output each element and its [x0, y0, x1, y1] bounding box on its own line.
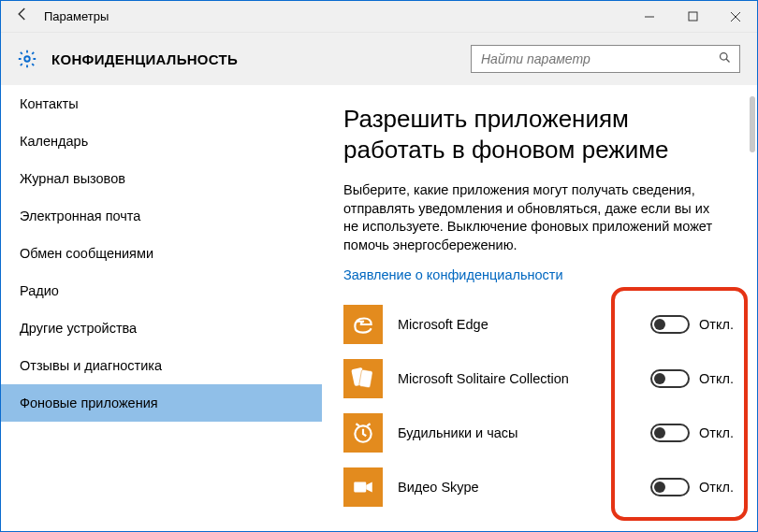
- back-button[interactable]: [1, 6, 44, 27]
- app-name: Будильники и часы: [398, 425, 635, 440]
- sidebar-item-feedback[interactable]: Отзывы и диагностика: [1, 347, 322, 384]
- sidebar-item-calendar[interactable]: Календарь: [1, 122, 322, 160]
- app-row-skype-video: Видео Skype Откл.: [343, 460, 736, 514]
- sidebar-item-email[interactable]: Электронная почта: [1, 197, 322, 235]
- sidebar-item-call-history[interactable]: Журнал вызовов: [1, 160, 322, 197]
- toggle-alarms[interactable]: [650, 424, 690, 442]
- app-name: Microsoft Solitaire Collection: [398, 371, 635, 386]
- edge-icon: [343, 305, 383, 344]
- sidebar: Контакты Календарь Журнал вызовов Электр…: [1, 85, 323, 531]
- section-description: Выберите, какие приложения могут получат…: [343, 181, 718, 254]
- section-heading: Разрешить приложениям работать в фоновом…: [343, 104, 736, 165]
- alarm-icon: [343, 413, 383, 453]
- svg-point-2: [24, 56, 30, 62]
- app-name: Microsoft Edge: [398, 317, 635, 332]
- content-scroll[interactable]: Разрешить приложениям работать в фоновом…: [323, 85, 757, 531]
- svg-rect-1: [689, 12, 697, 21]
- maximize-button[interactable]: [671, 1, 714, 33]
- search-icon: [718, 50, 732, 67]
- content-area: Разрешить приложениям работать в фоновом…: [323, 85, 757, 531]
- svg-line-4: [726, 59, 729, 62]
- toggle-state-label: Откл.: [699, 425, 736, 440]
- sidebar-item-background-apps[interactable]: Фоновые приложения: [1, 384, 322, 422]
- search-box[interactable]: [471, 45, 740, 73]
- window-title: Параметры: [44, 9, 628, 23]
- solitaire-icon: [343, 359, 383, 398]
- toggle-state-label: Откл.: [699, 371, 736, 386]
- titlebar: Параметры: [1, 1, 757, 33]
- sidebar-item-radio[interactable]: Радио: [1, 272, 322, 309]
- sidebar-item-other-devices[interactable]: Другие устройства: [1, 309, 322, 347]
- svg-rect-8: [354, 482, 366, 493]
- app-row-edge: Microsoft Edge Откл.: [343, 297, 736, 352]
- app-row-alarms: Будильники и часы Откл.: [343, 406, 736, 460]
- minimize-button[interactable]: [628, 1, 671, 33]
- app-name: Видео Skype: [398, 480, 635, 495]
- toggle-skype-video[interactable]: [650, 478, 690, 496]
- app-row-solitaire: Microsoft Solitaire Collection Откл.: [343, 352, 736, 406]
- settings-window: Параметры КОНФИДЕНЦИАЛЬНОСТЬ: [0, 0, 758, 532]
- search-input[interactable]: [479, 50, 718, 67]
- toggle-state-label: Откл.: [699, 480, 736, 495]
- gear-icon: [16, 48, 38, 70]
- header-bar: КОНФИДЕНЦИАЛЬНОСТЬ: [1, 33, 757, 85]
- toggle-state-label: Откл.: [699, 317, 736, 332]
- toggle-edge[interactable]: [650, 315, 690, 334]
- skype-video-icon: [343, 467, 383, 507]
- scrollbar-thumb[interactable]: [750, 96, 755, 152]
- sidebar-item-contacts[interactable]: Контакты: [1, 85, 322, 122]
- sidebar-item-messaging[interactable]: Обмен сообщениями: [1, 235, 322, 272]
- svg-point-3: [721, 53, 728, 61]
- page-title: КОНФИДЕНЦИАЛЬНОСТЬ: [51, 51, 471, 67]
- body: Контакты Календарь Журнал вызовов Электр…: [1, 85, 757, 531]
- close-button[interactable]: [714, 1, 757, 33]
- toggle-solitaire[interactable]: [650, 369, 690, 388]
- privacy-statement-link[interactable]: Заявление о конфиденциальности: [343, 267, 563, 282]
